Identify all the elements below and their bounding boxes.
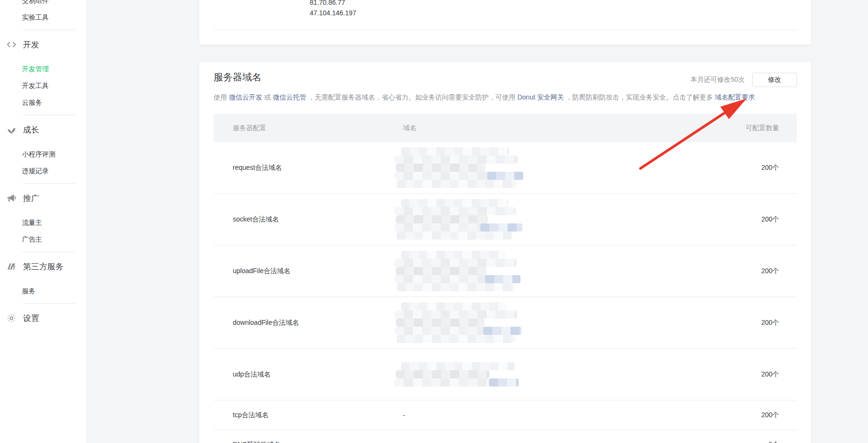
cell-quota: 200个 [687, 411, 797, 420]
cell-quota: 200个 [687, 370, 797, 379]
sidebar-item-develop[interactable]: 开发 [0, 34, 86, 55]
ip-card: 81.70.86.7747.104.146.197 [199, 0, 811, 44]
cell-domain: - [403, 411, 687, 419]
cell-domain [403, 302, 687, 343]
server-domain-card: 服务器域名 本月还可修改50次 修改 使用 微信云开发 或 微信云托管 ，无需配… [199, 62, 811, 443]
description: 使用 微信云开发 或 微信云托管 ，无需配置服务器域名，省心省力。如业务访问需要… [214, 92, 755, 102]
table-row-downloadFile: downloadFile合法域名200个 [214, 297, 797, 349]
cell-quota: 200个 [687, 267, 797, 276]
mosaic-line [397, 180, 516, 188]
description-text: ，防爬防刷防攻击，实现业务安全。点击了解更多 [564, 93, 715, 101]
mosaic-line [396, 370, 489, 378]
ip-list: 81.70.86.7747.104.146.197 [310, 0, 356, 18]
sidebar: 交易组件实验工具开发开发管理开发工具云服务成长小程序评测违规记录推广流量主广告主… [0, 0, 86, 443]
sidebar-item-advertiser[interactable]: 广告主 [0, 231, 86, 248]
column-header-domain: 域名 [403, 124, 687, 133]
cell-domain [403, 362, 687, 387]
sidebar-item-dev-tools[interactable]: 开发工具 [0, 78, 86, 94]
third-party-icon [6, 261, 17, 272]
sidebar-item-promotion[interactable]: 推广 [0, 188, 86, 209]
page-title: 服务器域名 [214, 71, 261, 84]
mosaic-line [401, 302, 507, 310]
mosaic-line [394, 378, 518, 387]
link-wechat-cloud-dev[interactable]: 微信云开发 [229, 93, 262, 101]
table-row-dns: DNS预解析域名5个 [214, 430, 797, 443]
sidebar-item-services[interactable]: 服务 [0, 283, 86, 299]
ip-value: 81.70.86.77 [310, 0, 356, 8]
table-row-uploadFile: uploadFile合法域名200个 [214, 245, 797, 297]
mosaic-line [394, 310, 517, 319]
mosaic-line [397, 335, 515, 343]
megaphone-icon [6, 193, 17, 203]
link-domain-config-requirements[interactable]: 域名配置要求 [715, 93, 755, 101]
cell-quota: 200个 [687, 215, 797, 224]
cell-domain [403, 147, 687, 188]
cell-config-label: udp合法域名 [214, 370, 403, 379]
sprout-icon [6, 124, 17, 135]
sidebar-divider [22, 183, 76, 184]
sidebar-divider [22, 30, 76, 30]
column-header-quota: 可配置数量 [687, 124, 797, 133]
table-header: 服务器配置 域名 可配置数量 [214, 114, 797, 142]
sidebar-item-experiment-tools[interactable]: 实验工具 [0, 9, 86, 26]
mosaic-line [394, 259, 517, 267]
mosaic-line [396, 319, 485, 327]
gear-icon [6, 313, 17, 323]
link-donut-gateway[interactable]: Donut 安全网关 [517, 93, 564, 101]
cell-config-label: uploadFile合法域名 [214, 267, 403, 276]
table-row-request: request合法域名200个 [214, 142, 797, 194]
modify-button[interactable]: 修改 [752, 73, 797, 87]
mosaic-line [394, 207, 516, 215]
sidebar-section-label: 第三方服务 [23, 261, 64, 272]
description-text: 或 [262, 93, 273, 101]
sidebar-item-third-party-services[interactable]: 第三方服务 [0, 256, 86, 277]
sidebar-section-label: 开发 [23, 39, 39, 50]
cell-config-label: downloadFile合法域名 [214, 319, 403, 327]
cell-quota: 5个 [687, 441, 797, 443]
redacted-domain-mosaic [394, 199, 687, 240]
mosaic-line [397, 232, 512, 240]
sidebar-item-trade-components[interactable]: 交易组件 [0, 0, 86, 9]
sidebar-item-growth[interactable]: 成长 [0, 119, 86, 140]
sidebar-section-label: 成长 [23, 124, 39, 135]
mosaic-line [394, 223, 521, 232]
sidebar-section-label: 设置 [23, 313, 39, 324]
redacted-domain-mosaic [394, 302, 687, 343]
sidebar-item-violation-records[interactable]: 违规记录 [0, 163, 86, 179]
cell-quota: 200个 [687, 319, 797, 327]
cell-quota: 200个 [687, 164, 797, 172]
code-icon [6, 39, 17, 50]
mosaic-blue-cells [480, 223, 522, 232]
mosaic-line [401, 251, 506, 259]
sidebar-item-miniprogram-evaluation[interactable]: 小程序评测 [0, 146, 86, 163]
mosaic-blue-cells [487, 172, 523, 180]
description-text: ，无需配置服务器域名，省心省力。如业务访问需要安全防护，可使用 [306, 93, 518, 101]
redacted-domain-mosaic [394, 362, 687, 387]
table-row-tcp: tcp合法域名-200个 [214, 400, 797, 430]
mosaic-line [396, 164, 486, 172]
sidebar-item-traffic-master[interactable]: 流量主 [0, 214, 86, 231]
sidebar-divider [22, 115, 76, 115]
table-row-socket: socket合法域名200个 [214, 194, 797, 245]
link-wechat-cloud-hosting[interactable]: 微信云托管 [273, 93, 306, 101]
sidebar-item-settings[interactable]: 设置 [0, 308, 86, 329]
quota-note: 本月还可修改50次 [690, 76, 745, 84]
column-header-server-config: 服务器配置 [214, 124, 403, 133]
cell-config-label: socket合法域名 [214, 215, 403, 224]
mosaic-line [397, 283, 514, 291]
mosaic-line [401, 362, 515, 370]
sidebar-item-cloud-services[interactable]: 云服务 [0, 94, 86, 111]
sidebar-section-label: 推广 [23, 193, 39, 204]
domain-table: 服务器配置 域名 可配置数量 request合法域名200个socket合法域名… [214, 114, 797, 443]
cell-config-label: tcp合法域名 [214, 411, 403, 420]
sidebar-divider [22, 252, 76, 252]
sidebar-item-dev-management[interactable]: 开发管理 [0, 61, 86, 78]
mosaic-line [401, 147, 509, 155]
mosaic-line [394, 275, 520, 283]
mosaic-line [396, 215, 488, 223]
table-body: request合法域名200个socket合法域名200个uploadFile合… [214, 142, 797, 443]
mosaic-line [394, 155, 518, 164]
card-divider [214, 30, 797, 30]
cell-domain [403, 199, 687, 240]
table-row-udp: udp合法域名200个 [214, 349, 797, 400]
